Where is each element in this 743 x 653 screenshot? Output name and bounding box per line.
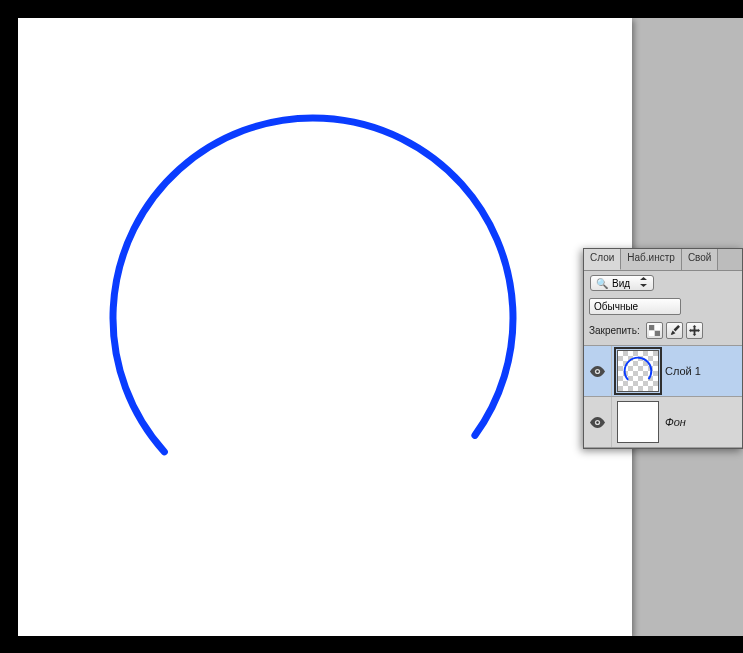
document-canvas[interactable]: [18, 18, 632, 636]
lock-icons-group: [646, 322, 703, 339]
svg-rect-1: [649, 325, 655, 331]
svg-rect-3: [654, 325, 660, 331]
eye-icon: [590, 366, 605, 377]
layer-name-label[interactable]: Фон: [665, 416, 686, 428]
layer-row[interactable]: Слой 1: [584, 346, 742, 397]
svg-point-7: [619, 352, 657, 390]
thumbnail-arc: [618, 351, 658, 391]
svg-point-0: [31, 36, 596, 601]
lock-position-button[interactable]: [686, 322, 703, 339]
layer-thumbnail[interactable]: [617, 350, 659, 392]
lock-transparency-button[interactable]: [646, 322, 663, 339]
tab-layers[interactable]: Слои: [584, 249, 621, 270]
svg-rect-2: [654, 331, 660, 337]
visibility-toggle[interactable]: [584, 346, 612, 396]
visibility-toggle[interactable]: [584, 397, 612, 447]
lock-transparency-icon: [649, 325, 660, 336]
filter-kind-select[interactable]: 🔍 Вид: [590, 275, 654, 291]
brush-icon: [669, 325, 680, 336]
layer-row[interactable]: Фон: [584, 397, 742, 448]
tab-tool-presets[interactable]: Наб.инстр: [621, 249, 682, 270]
blend-mode-value: Обычные: [594, 301, 638, 312]
search-icon: 🔍: [596, 278, 608, 289]
svg-rect-4: [649, 331, 655, 337]
layer-name-label[interactable]: Слой 1: [665, 365, 701, 377]
move-icon: [689, 325, 700, 336]
svg-point-6: [596, 370, 598, 372]
svg-point-9: [596, 421, 598, 423]
layer-filter-row: 🔍 Вид: [584, 271, 742, 295]
layer-thumbnail[interactable]: [617, 401, 659, 443]
arc-shape: [18, 18, 632, 636]
blend-mode-select[interactable]: Обычные: [589, 298, 681, 315]
eye-icon: [590, 417, 605, 428]
layers-panel: Слои Наб.инстр Свой 🔍 Вид Обычные Закреп…: [583, 248, 743, 449]
lock-pixels-button[interactable]: [666, 322, 683, 339]
tab-properties[interactable]: Свой: [682, 249, 719, 270]
lock-label: Закрепить:: [589, 325, 640, 336]
chevron-updown-icon: [640, 277, 647, 289]
filter-kind-label: Вид: [612, 278, 630, 289]
lock-row: Закрепить:: [584, 320, 742, 346]
panel-tabs: Слои Наб.инстр Свой: [584, 249, 742, 271]
blend-mode-row: Обычные: [584, 295, 742, 320]
